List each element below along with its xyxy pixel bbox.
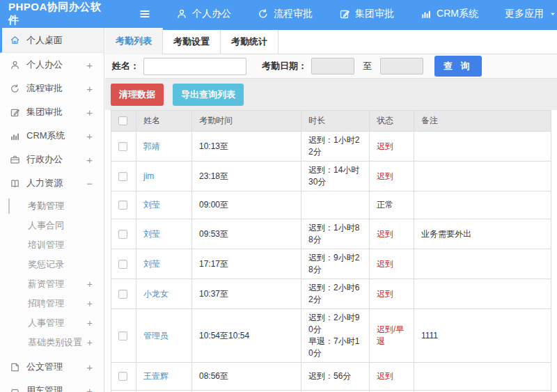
sidebar-item-workflow-approval[interactable]: 流程审批+ bbox=[0, 77, 104, 100]
sidebar-item-vehicle-management[interactable]: 用车管理+ bbox=[0, 379, 104, 392]
note-cell bbox=[414, 132, 551, 162]
expand-toggle-icon[interactable]: − bbox=[86, 178, 93, 189]
tab-attendance-settings[interactable]: 考勤设置 bbox=[163, 30, 221, 54]
topnav-item-more-apps[interactable]: 更多应用 bbox=[505, 8, 557, 20]
search-button[interactable]: 查 询 bbox=[434, 56, 482, 77]
table-row: jim23:18至迟到：14小时30分迟到 bbox=[111, 162, 551, 191]
attendance-time-cell: 10:13至 bbox=[192, 132, 301, 162]
tab-attendance-stats[interactable]: 考勤统计 bbox=[221, 30, 278, 54]
column-header: 时长 bbox=[301, 111, 370, 132]
row-checkbox[interactable] bbox=[118, 331, 127, 340]
attendance-time-cell: 10:54至10:54 bbox=[192, 309, 301, 363]
sidebar-item-document-management[interactable]: 公文管理+ bbox=[0, 355, 104, 379]
row-checkbox[interactable] bbox=[118, 142, 127, 151]
sidebar-item-label: 行政办公 bbox=[26, 153, 63, 166]
sidebar-item-admin-office[interactable]: 行政办公+ bbox=[0, 148, 104, 171]
sidebar-subitem-personnel-management[interactable]: 人事管理+ bbox=[0, 313, 104, 333]
sidebar-item-crm-system[interactable]: CRM系统+ bbox=[0, 124, 104, 148]
row-checkbox[interactable] bbox=[118, 230, 127, 239]
expand-toggle-icon[interactable]: + bbox=[86, 130, 93, 142]
tab-attendance-list[interactable]: 考勤列表 bbox=[105, 28, 163, 54]
expand-toggle-icon[interactable]: + bbox=[86, 83, 93, 95]
sidebar-item-label: 个人办公 bbox=[26, 58, 63, 71]
date-to-input[interactable] bbox=[380, 58, 423, 75]
expand-toggle-icon[interactable]: + bbox=[86, 154, 93, 166]
note-cell bbox=[414, 363, 551, 391]
attendance-time-cell: 09:53至 bbox=[192, 219, 301, 249]
sidebar-item-label: 个人桌面 bbox=[26, 34, 63, 47]
export-list-button[interactable]: 导出查询列表 bbox=[173, 84, 244, 106]
top-bar: PHPOA协同办公软件 个人办公流程审批集团审批CRM系统更多应用 bbox=[0, 0, 557, 28]
expand-toggle-icon[interactable]: + bbox=[86, 59, 93, 71]
topnav-item-crm-system[interactable]: CRM系统 bbox=[421, 8, 478, 20]
sidebar: 个人桌面个人办公+流程审批+集团审批+CRM系统+行政办公+人力资源−考勤管理人… bbox=[0, 28, 104, 392]
duration-cell: 迟到：1小时22分 bbox=[301, 132, 370, 162]
home-icon bbox=[10, 35, 20, 45]
sidebar-subitem-salary-management[interactable]: 薪资管理+ bbox=[0, 274, 104, 294]
expand-toggle-icon[interactable]: + bbox=[87, 337, 93, 348]
expand-toggle-icon[interactable]: + bbox=[87, 298, 93, 309]
status-badge: 迟到/早退 bbox=[377, 324, 404, 346]
expand-toggle-icon[interactable]: + bbox=[87, 317, 93, 329]
topnav-item-personal-office[interactable]: 个人办公 bbox=[176, 8, 231, 20]
topnav-item-label: 更多应用 bbox=[505, 8, 544, 20]
expand-toggle-icon[interactable]: + bbox=[86, 361, 93, 373]
sidebar-item-group-approval[interactable]: 集团审批+ bbox=[0, 100, 104, 124]
hamburger-menu-icon[interactable] bbox=[139, 8, 151, 20]
sidebar-subitem-label: 人事管理 bbox=[28, 317, 64, 329]
sidebar-item-label: 集团审批 bbox=[26, 106, 63, 118]
employee-name-link[interactable]: 刘莹 bbox=[143, 259, 160, 269]
table-body: 郭靖10:13至迟到：1小时22分迟到jim23:18至迟到：14小时30分迟到… bbox=[111, 132, 551, 392]
topnav-item-label: 集团审批 bbox=[355, 8, 394, 20]
sidebar-subitem-base-category-settings[interactable]: 基础类别设置+ bbox=[0, 333, 104, 352]
sidebar-subitem-training-management[interactable]: 培训管理 bbox=[0, 235, 104, 255]
date-from-input[interactable] bbox=[311, 58, 354, 75]
row-checkbox[interactable] bbox=[118, 290, 127, 299]
employee-name-link[interactable]: jim bbox=[143, 171, 154, 181]
row-checkbox[interactable] bbox=[118, 201, 127, 210]
attendance-time-cell: 09:00至 bbox=[192, 191, 301, 219]
column-header: 考勤时间 bbox=[192, 111, 301, 132]
row-checkbox[interactable] bbox=[118, 172, 127, 181]
employee-name-link[interactable]: 刘莹 bbox=[143, 229, 160, 239]
expand-toggle-icon[interactable]: + bbox=[86, 107, 93, 118]
status-badge: 迟到 bbox=[377, 371, 393, 381]
sidebar-subitem-reward-punishment[interactable]: 奖惩记录 bbox=[0, 255, 104, 274]
sidebar-item-personal-office[interactable]: 个人办公+ bbox=[0, 53, 104, 77]
name-filter-input[interactable] bbox=[143, 58, 246, 75]
table-row: 郭靖10:13至迟到：1小时22分迟到 bbox=[111, 132, 551, 162]
employee-name-link[interactable]: 郭靖 bbox=[143, 141, 160, 151]
sidebar-subitem-recruitment-management[interactable]: 招聘管理+ bbox=[0, 294, 104, 313]
sidebar-item-label: CRM系统 bbox=[26, 130, 65, 142]
topnav-item-label: CRM系统 bbox=[437, 8, 478, 20]
sidebar-subitem-label: 薪资管理 bbox=[28, 278, 64, 290]
employee-name-link[interactable]: 王壹辉 bbox=[143, 371, 168, 381]
sidebar-item-human-resources[interactable]: 人力资源− bbox=[0, 171, 104, 195]
employee-name-link[interactable]: 小龙女 bbox=[143, 289, 168, 299]
select-all-checkbox[interactable] bbox=[118, 116, 127, 125]
column-header: 备注 bbox=[414, 111, 551, 132]
duration-cell: 迟到：56分 bbox=[301, 363, 370, 391]
sidebar-subitem-hr-contract[interactable]: 人事合同 bbox=[0, 216, 104, 235]
sidebar-item-personal-desktop[interactable]: 个人桌面 bbox=[0, 28, 104, 53]
clean-data-button[interactable]: 清理数据 bbox=[111, 84, 164, 106]
row-checkbox[interactable] bbox=[118, 372, 127, 381]
topnav-item-group-approval[interactable]: 集团审批 bbox=[339, 8, 394, 20]
tab-bar: 考勤列表考勤设置考勤统计 bbox=[105, 28, 557, 54]
duration-cell: 迟到：2小时90分早退：7小时10分 bbox=[301, 309, 370, 363]
attendance-table: 姓名考勤时间时长状态备注 郭靖10:13至迟到：1小时22分迟到jim23:18… bbox=[111, 110, 551, 392]
expand-toggle-icon[interactable]: + bbox=[87, 279, 93, 290]
topnav-item-workflow-approval[interactable]: 流程审批 bbox=[258, 8, 313, 20]
row-checkbox[interactable] bbox=[118, 260, 127, 269]
table-row: 小龙女10:37至迟到：2小时62分迟到 bbox=[111, 279, 551, 309]
topnav-item-label: 个人办公 bbox=[192, 8, 231, 20]
employee-name-link[interactable]: 管理员 bbox=[143, 331, 168, 340]
date-to-label: 至 bbox=[363, 60, 372, 72]
sidebar-subitem-attendance-management[interactable]: 考勤管理 bbox=[0, 196, 104, 216]
chart-icon bbox=[421, 8, 432, 19]
edit-icon bbox=[339, 8, 350, 19]
employee-name-link[interactable]: 刘莹 bbox=[143, 200, 160, 210]
note-cell bbox=[414, 279, 551, 309]
expand-toggle-icon[interactable]: + bbox=[86, 385, 93, 392]
table-row: 刘莹09:53至迟到：1小时88分迟到业务需要外出 bbox=[111, 219, 551, 249]
